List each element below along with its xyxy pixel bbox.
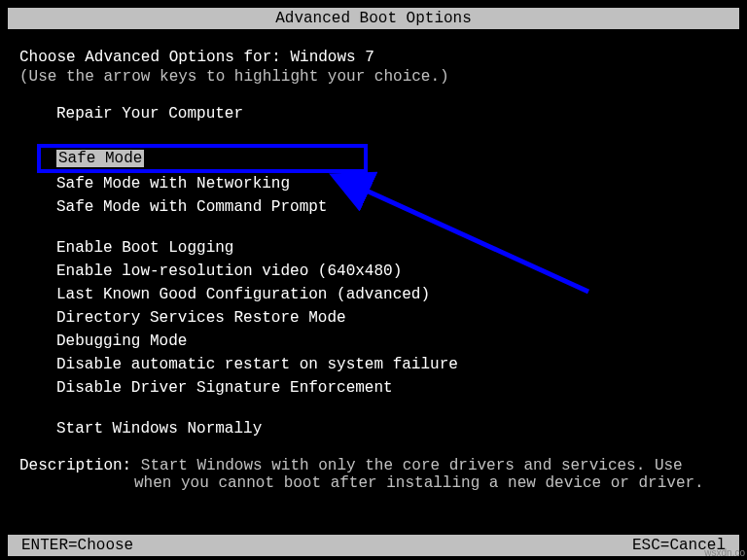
menu-item-lkgc[interactable]: Last Known Good Configuration (advanced) [56, 284, 728, 305]
menu-item-nodriversig[interactable]: Disable Driver Signature Enforcement [56, 377, 728, 399]
watermark-text: wsxdn.co [704, 547, 745, 558]
menu-item-repair[interactable]: Repair Your Computer [56, 103, 728, 124]
description-label: Description: [19, 457, 131, 474]
menu-item-safemode-cmd[interactable]: Safe Mode with Command Prompt [56, 196, 728, 218]
footer-enter: ENTER=Choose [21, 537, 133, 554]
menu-item-debug[interactable]: Debugging Mode [56, 331, 728, 352]
header-text: Choose Advanced Options for: Windows 7 [19, 49, 728, 66]
title-bar: Advanced Boot Options [8, 8, 739, 29]
menu-item-noreboot[interactable]: Disable automatic restart on system fail… [56, 354, 728, 375]
boot-menu[interactable]: Repair Your Computer Safe Mode Safe Mode… [19, 103, 728, 439]
content-area: Choose Advanced Options for: Windows 7 (… [0, 29, 747, 511]
menu-item-dsrestore[interactable]: Directory Services Restore Mode [56, 307, 728, 329]
menu-item-lowres[interactable]: Enable low-resolution video (640x480) [56, 261, 728, 282]
menu-item-bootlog[interactable]: Enable Boot Logging [56, 237, 728, 259]
screen-title: Advanced Boot Options [275, 10, 472, 27]
menu-item-safemode[interactable]: Safe Mode [56, 150, 144, 167]
menu-item-safemode-highlight[interactable]: Safe Mode [37, 144, 368, 173]
description-line1: Start Windows with only the core drivers… [141, 457, 683, 474]
description-block: Description: Start Windows with only the… [19, 457, 728, 492]
hint-text: (Use the arrow keys to highlight your ch… [19, 68, 728, 86]
menu-item-safemode-net[interactable]: Safe Mode with Networking [56, 173, 728, 194]
description-line2: when you cannot boot after installing a … [19, 474, 728, 492]
footer-bar: ENTER=Choose ESC=Cancel [8, 535, 739, 556]
menu-item-normal[interactable]: Start Windows Normally [56, 418, 728, 439]
